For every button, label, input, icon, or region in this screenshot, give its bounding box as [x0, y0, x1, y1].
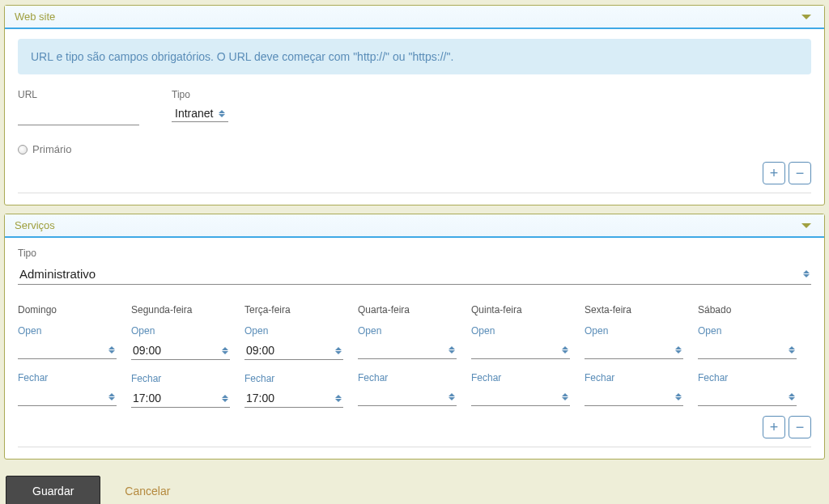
close-time-select[interactable] [471, 388, 570, 406]
add-service-button[interactable]: + [763, 416, 785, 438]
updown-icon [335, 393, 342, 403]
close-label: Fechar [585, 372, 683, 383]
close-label: Fechar [358, 372, 457, 383]
updown-icon [562, 345, 568, 355]
add-website-button[interactable]: + [763, 162, 785, 184]
open-time-value: 09:00 [246, 344, 335, 357]
close-label: Fechar [131, 373, 230, 384]
footer-actions: Guardar Cancelar [4, 468, 825, 504]
open-time-select[interactable] [471, 341, 570, 359]
updown-icon [222, 393, 228, 403]
remove-service-button[interactable]: − [789, 416, 811, 438]
website-panel-title: Web site [15, 11, 55, 23]
close-label: Fechar [698, 372, 797, 383]
day-column: DomingoOpenFechar [18, 304, 131, 421]
open-label: Open [244, 325, 343, 337]
tipo-value: Intranet [175, 107, 219, 120]
open-label: Open [358, 325, 457, 337]
close-label: Fechar [18, 372, 117, 383]
tipo-select[interactable]: Intranet [172, 105, 228, 122]
open-time-select[interactable] [358, 341, 457, 359]
url-label: URL [18, 89, 139, 100]
servicos-tipo-label: Tipo [18, 248, 811, 259]
cancel-button[interactable]: Cancelar [125, 485, 170, 498]
close-label: Fechar [471, 372, 570, 383]
close-time-value: 17:00 [133, 392, 222, 404]
servicos-panel-body: Tipo Administrativo DomingoOpenFecharSeg… [5, 238, 824, 459]
close-time-select[interactable]: 17:00 [131, 389, 230, 408]
close-time-value: 17:00 [246, 392, 335, 404]
url-field: URL [18, 89, 139, 125]
day-name: Domingo [18, 304, 117, 316]
open-label: Open [131, 325, 230, 337]
plus-icon: + [770, 420, 779, 434]
close-time-select[interactable] [358, 388, 457, 406]
open-time-select[interactable]: 09:00 [244, 341, 343, 360]
updown-icon [335, 345, 342, 355]
website-panel-body: URL e tipo são campos obrigatórios. O UR… [5, 29, 824, 205]
close-time-select[interactable]: 17:00 [244, 389, 343, 408]
close-label: Fechar [244, 373, 343, 384]
day-name: Sexta-feira [585, 304, 683, 316]
updown-icon [675, 345, 682, 355]
updown-icon [803, 269, 810, 279]
minus-icon: − [796, 166, 805, 180]
url-input[interactable] [18, 105, 139, 125]
close-time-select[interactable] [585, 388, 683, 406]
website-panel-header[interactable]: Web site [5, 6, 824, 29]
open-label: Open [471, 325, 570, 337]
open-label: Open [18, 325, 117, 337]
plus-icon: + [770, 166, 779, 180]
open-time-value: 09:00 [133, 344, 222, 357]
updown-icon [789, 392, 795, 402]
day-column: Segunda-feiraOpen09:00Fechar17:00 [131, 304, 244, 421]
day-column: Quarta-feiraOpenFechar [358, 304, 471, 421]
day-name: Terça-feira [244, 304, 343, 316]
days-row: DomingoOpenFecharSegunda-feiraOpen09:00F… [18, 304, 811, 421]
servicos-panel-header[interactable]: Serviços [5, 214, 824, 238]
updown-icon [789, 345, 795, 355]
updown-icon [219, 108, 225, 118]
day-column: Sexta-feiraOpenFechar [585, 304, 698, 421]
tipo-label: Tipo [172, 89, 228, 100]
tipo-field: Tipo Intranet [172, 89, 228, 125]
close-time-select[interactable] [698, 388, 797, 406]
open-time-select[interactable]: 09:00 [131, 341, 230, 360]
servicos-tipo-value: Administrativo [19, 267, 803, 281]
updown-icon [562, 392, 568, 402]
day-name: Segunda-feira [131, 304, 230, 316]
updown-icon [222, 345, 228, 355]
day-name: Sábado [698, 304, 797, 316]
chevron-down-icon [801, 15, 811, 19]
day-column: Terça-feiraOpen09:00Fechar17:00 [244, 304, 358, 421]
updown-icon [108, 392, 115, 402]
open-time-select[interactable] [698, 341, 797, 359]
day-column: SábadoOpenFechar [698, 304, 811, 421]
day-name: Quinta-feira [471, 304, 570, 316]
divider [18, 193, 811, 193]
minus-icon: − [796, 420, 805, 434]
primario-label: Primário [32, 143, 71, 155]
day-column: Quinta-feiraOpenFechar [471, 304, 585, 421]
updown-icon [675, 392, 682, 402]
updown-icon [449, 392, 455, 402]
chevron-down-icon [801, 223, 811, 228]
day-name: Quarta-feira [358, 304, 457, 316]
updown-icon [449, 345, 455, 355]
website-info-message: URL e tipo são campos obrigatórios. O UR… [18, 39, 811, 74]
website-panel: Web site URL e tipo são campos obrigatór… [4, 5, 825, 205]
open-label: Open [585, 325, 683, 337]
servicos-panel-title: Serviços [15, 219, 55, 231]
open-time-select[interactable] [585, 341, 683, 359]
open-label: Open [698, 325, 797, 337]
primario-radio[interactable] [18, 145, 28, 155]
open-time-select[interactable] [18, 341, 117, 359]
updown-icon [108, 345, 115, 355]
divider [18, 447, 811, 447]
servicos-panel: Serviços Tipo Administrativo DomingoOpen… [4, 214, 825, 460]
remove-website-button[interactable]: − [789, 162, 811, 184]
save-button[interactable]: Guardar [6, 476, 100, 504]
close-time-select[interactable] [18, 388, 117, 406]
servicos-tipo-select[interactable]: Administrativo [18, 264, 811, 285]
